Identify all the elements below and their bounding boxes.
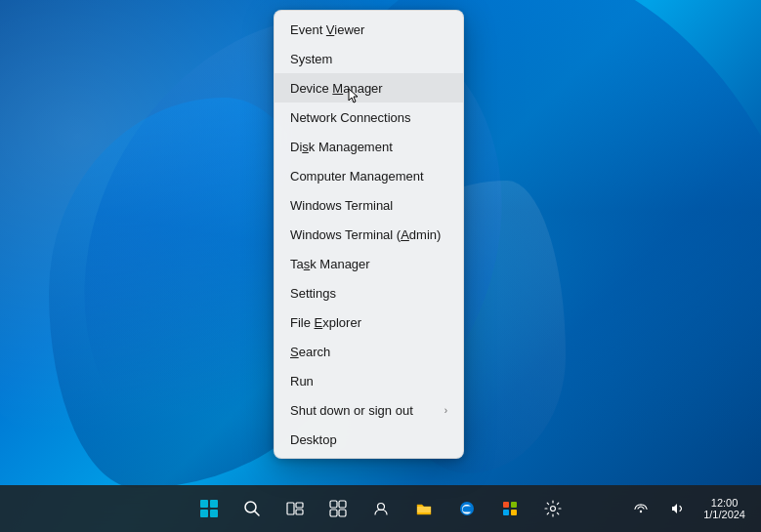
menu-item-label: Event Viewer <box>290 22 364 37</box>
menu-item-event-viewer[interactable]: Event Viewer <box>275 15 463 44</box>
menu-item-settings[interactable]: Settings <box>275 278 463 307</box>
menu-item-label: Search <box>290 345 330 359</box>
svg-line-1 <box>254 512 259 516</box>
widgets-button[interactable] <box>318 489 358 528</box>
widgets-icon <box>329 500 347 517</box>
menu-item-desktop[interactable]: Desktop <box>275 425 463 454</box>
store-button[interactable] <box>490 489 529 528</box>
tray-volume-icon[interactable] <box>660 489 696 528</box>
menu-item-shutdown[interactable]: Shut down or sign out › <box>275 395 463 425</box>
settings-icon <box>544 500 562 517</box>
menu-item-label: Desktop <box>290 432 337 447</box>
menu-item-device-manager[interactable]: Device Manager <box>275 73 463 102</box>
menu-item-label: File Explorer <box>290 315 361 330</box>
menu-item-system[interactable]: System <box>275 44 463 73</box>
menu-item-windows-terminal[interactable]: Windows Terminal <box>275 190 463 220</box>
menu-item-task-manager[interactable]: Task Manager <box>275 249 463 278</box>
svg-rect-3 <box>296 503 303 508</box>
svg-rect-5 <box>330 501 337 508</box>
menu-item-network-connections[interactable]: Network Connections <box>275 102 463 132</box>
search-icon <box>243 500 261 517</box>
menu-item-search[interactable]: Search <box>275 337 463 366</box>
file-explorer-button[interactable] <box>404 489 444 528</box>
menu-item-label: Device Manager <box>290 81 383 96</box>
store-icon <box>501 500 519 517</box>
svg-point-16 <box>640 511 642 512</box>
menu-item-label: Run <box>290 374 314 389</box>
svg-rect-14 <box>511 510 517 515</box>
svg-rect-13 <box>503 510 509 515</box>
menu-item-label: Windows Terminal (Admin) <box>290 227 441 242</box>
menu-item-label: Windows Terminal <box>290 198 393 213</box>
context-menu: Event Viewer System Device Manager Netwo… <box>274 10 464 459</box>
task-view-icon <box>286 500 304 517</box>
clock-date: 1/1/2024 <box>703 509 745 520</box>
menu-item-disk-management[interactable]: Disk Management <box>275 132 463 161</box>
menu-item-label: Task Manager <box>290 257 370 271</box>
task-view-button[interactable] <box>275 489 315 528</box>
menu-item-label: System <box>290 52 332 66</box>
system-clock[interactable]: 12:00 1/1/2024 <box>696 497 753 520</box>
svg-rect-6 <box>339 501 346 508</box>
menu-item-file-explorer[interactable]: File Explorer <box>275 307 463 337</box>
menu-item-computer-management[interactable]: Computer Management <box>275 161 463 190</box>
settings-button[interactable] <box>533 489 572 528</box>
menu-item-run[interactable]: Run <box>275 366 463 395</box>
edge-button[interactable] <box>447 489 486 528</box>
chat-button[interactable] <box>361 489 401 528</box>
tray-icons <box>623 489 696 528</box>
taskbar-search-button[interactable] <box>233 489 272 528</box>
start-button[interactable] <box>190 489 229 528</box>
menu-item-label: Settings <box>290 286 336 301</box>
taskbar-center <box>190 489 572 528</box>
edge-icon <box>458 500 476 517</box>
taskbar: 12:00 1/1/2024 <box>0 485 761 532</box>
menu-item-label: Shut down or sign out <box>290 403 413 418</box>
tray-network-icon[interactable] <box>623 489 658 528</box>
svg-rect-4 <box>296 510 303 514</box>
svg-rect-7 <box>330 510 337 516</box>
svg-point-15 <box>550 507 555 512</box>
svg-rect-8 <box>339 510 346 516</box>
chat-icon <box>372 500 390 517</box>
submenu-arrow-icon: › <box>444 405 447 416</box>
clock-time: 12:00 <box>703 497 745 509</box>
system-tray: 12:00 1/1/2024 <box>615 485 761 532</box>
svg-rect-11 <box>503 502 509 508</box>
menu-item-label: Disk Management <box>290 140 393 154</box>
svg-rect-2 <box>287 503 294 514</box>
windows-logo-icon <box>200 500 218 517</box>
menu-item-label: Network Connections <box>290 110 411 125</box>
menu-item-windows-terminal-admin[interactable]: Windows Terminal (Admin) <box>275 220 463 249</box>
menu-item-label: Computer Management <box>290 169 424 184</box>
folder-icon <box>415 500 433 517</box>
svg-rect-12 <box>511 502 517 508</box>
